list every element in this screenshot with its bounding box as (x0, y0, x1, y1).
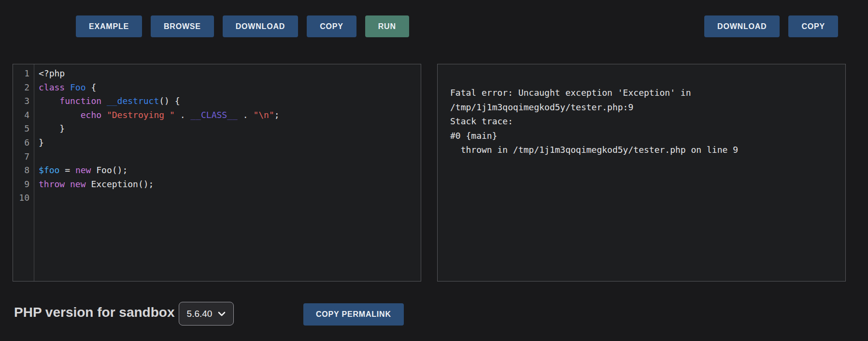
code-line: } (39, 122, 421, 136)
output-panel: Fatal error: Uncaught exception 'Excepti… (437, 64, 846, 282)
output-line: #0 {main} (450, 129, 833, 143)
code-line: echo "Destroying " . __CLASS__ . "\n"; (39, 108, 421, 122)
code-editor[interactable]: 12345678910 <?phpclass Foo { function __… (13, 64, 421, 282)
line-number: 9 (13, 178, 29, 192)
download-output-button[interactable]: DOWNLOAD (704, 15, 780, 37)
output-line: Fatal error: Uncaught exception 'Excepti… (450, 86, 833, 100)
code-line: class Foo { (39, 81, 421, 95)
example-button[interactable]: EXAMPLE (76, 15, 142, 37)
editor-toolbar: EXAMPLE BROWSE DOWNLOAD COPY RUN (76, 15, 409, 37)
line-number: 6 (13, 136, 29, 150)
output-toolbar: DOWNLOAD COPY (704, 15, 838, 37)
code-line (39, 191, 421, 205)
code-line: throw new Exception(); (39, 178, 421, 192)
copy-output-button[interactable]: COPY (788, 15, 838, 37)
code-line: function __destruct() { (39, 94, 421, 108)
code-line: } (39, 136, 421, 150)
copy-code-button[interactable]: COPY (307, 15, 356, 37)
output-line: thrown in /tmp/1j1m3qoqimegkod5y/tester.… (450, 143, 833, 157)
line-number: 7 (13, 150, 29, 164)
php-version-select[interactable]: 5.6.40 (179, 302, 234, 326)
line-number: 1 (13, 67, 29, 81)
php-version-value: 5.6.40 (187, 309, 213, 319)
line-number: 4 (13, 108, 29, 122)
php-version-label: PHP version for sandbox (14, 305, 174, 320)
download-code-button[interactable]: DOWNLOAD (223, 15, 298, 37)
line-number: 2 (13, 81, 29, 95)
line-number: 8 (13, 163, 29, 178)
line-number: 5 (13, 122, 29, 136)
output-line: Stack trace: (450, 114, 833, 129)
code-line: $foo = new Foo(); (39, 163, 421, 178)
line-number: 3 (13, 94, 29, 108)
chevron-down-icon (218, 311, 226, 316)
output-line: /tmp/1j1m3qoqimegkod5y/tester.php:9 (450, 100, 833, 115)
code-area[interactable]: <?phpclass Foo { function __destruct() {… (34, 64, 421, 281)
code-line: <?php (39, 67, 421, 81)
copy-permalink-button[interactable]: COPY PERMALINK (303, 303, 404, 326)
line-number: 10 (13, 191, 29, 205)
browse-button[interactable]: BROWSE (151, 15, 214, 37)
code-line (39, 150, 421, 164)
line-number-gutter: 12345678910 (13, 64, 34, 281)
run-button[interactable]: RUN (365, 15, 409, 37)
